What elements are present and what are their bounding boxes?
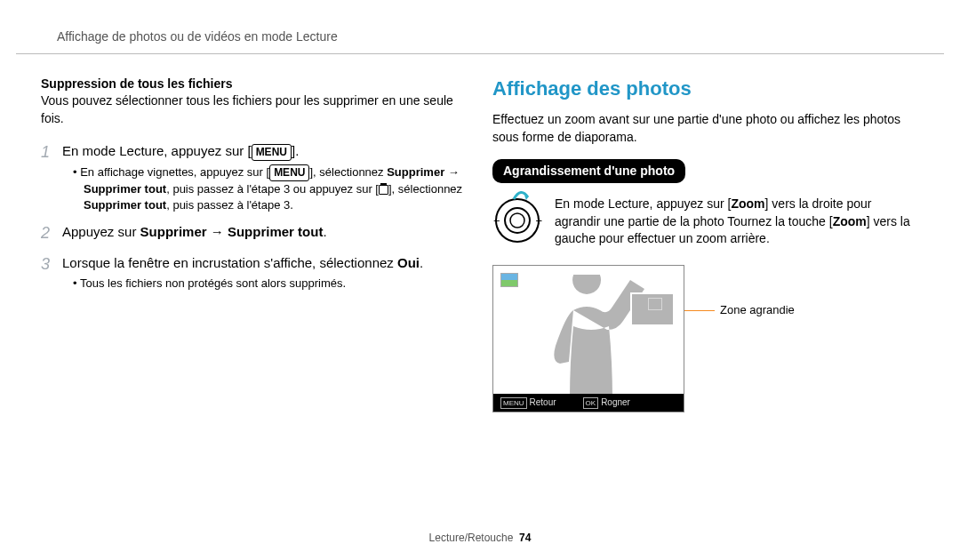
- right-column: Affichage des photos Effectuez un zoom a…: [492, 76, 919, 412]
- svg-point-1: [505, 208, 530, 233]
- step-3-bullet: Tous les fichiers non protégés sont alor…: [84, 276, 468, 292]
- intro-text: Vous pouvez sélectionner tous les fichie…: [41, 92, 468, 127]
- zoom-dial-icon: − +: [492, 196, 542, 251]
- step-1: 1 En mode Lecture, appuyez sur [MENU]. E…: [41, 141, 468, 213]
- step-number: 1: [41, 141, 53, 213]
- preview-bottom-bar: MENURetour OKRogner: [493, 394, 684, 412]
- step-number: 2: [41, 222, 53, 244]
- step-body: En mode Lecture, appuyez sur [MENU]. En …: [62, 141, 468, 213]
- camera-screen-preview: MENURetour OKRogner: [492, 265, 684, 412]
- zoom-instruction: − + En mode Lecture, appuyez sur [Zoom] …: [492, 196, 919, 251]
- subheading-pill: Agrandissement d'une photo: [492, 159, 685, 184]
- page-breadcrumb: Affichage de photos ou de vidéos en mode…: [16, 0, 944, 54]
- step-body: Lorsque la fenêtre en incrustation s'aff…: [62, 253, 468, 292]
- zoom-inset-box: [630, 292, 675, 326]
- plus-label: +: [535, 213, 542, 229]
- left-column: Suppression de tous les fichiers Vous po…: [41, 76, 468, 412]
- step-number: 3: [41, 253, 53, 292]
- callout-zone: Zone agrandie: [684, 302, 795, 318]
- heading-photos: Affichage des photos: [492, 76, 919, 103]
- callout-line: [684, 310, 715, 311]
- step-2: 2 Appuyez sur Supprimer → Supprimer tout…: [41, 222, 468, 244]
- step-1-bullet: En affichage vignettes, appuyez sur [MEN…: [84, 164, 468, 213]
- svg-point-2: [510, 213, 524, 228]
- intro-zoom: Effectuez un zoom avant sur une partie d…: [492, 111, 919, 146]
- menu-key-icon: MENU: [269, 164, 309, 181]
- thumbnail-icon: [500, 273, 518, 287]
- minus-label: −: [493, 213, 500, 229]
- page-footer: Lecture/Retouche 74: [0, 531, 960, 546]
- subheading-delete-all: Suppression de tous les fichiers: [41, 76, 468, 93]
- svg-point-0: [496, 199, 539, 242]
- zoom-instruction-text: En mode Lecture, appuyez sur [Zoom] vers…: [555, 196, 919, 251]
- ok-key-mini: OK: [583, 397, 599, 409]
- bottom-bar-right: OKRogner: [583, 396, 630, 409]
- menu-key-mini: MENU: [500, 397, 527, 409]
- bottom-bar-left: MENURetour: [500, 396, 556, 409]
- step-body: Appuyez sur Supprimer → Supprimer tout.: [62, 222, 468, 244]
- trash-icon: [379, 185, 388, 195]
- breadcrumb-text: Affichage de photos ou de vidéos en mode…: [57, 29, 338, 44]
- menu-key-icon: MENU: [252, 144, 292, 161]
- step-3: 3 Lorsque la fenêtre en incrustation s'a…: [41, 253, 468, 292]
